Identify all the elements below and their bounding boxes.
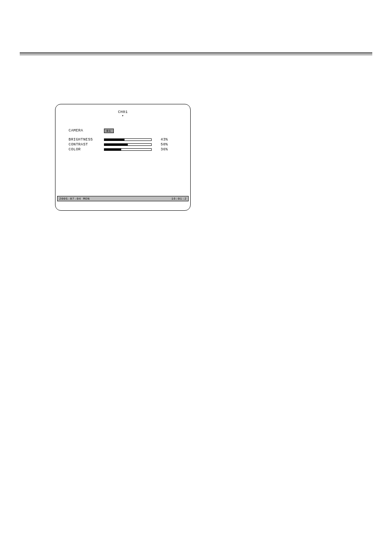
slider-fill <box>104 138 125 141</box>
camera-label: CAMERA <box>69 129 104 133</box>
brightness-label: BRIGHTNESS <box>69 138 104 142</box>
slider-fill <box>104 148 121 151</box>
color-slider[interactable] <box>104 148 153 151</box>
status-time: 16:01:2 <box>171 197 187 200</box>
contrast-label: CONTRAST <box>69 143 104 147</box>
contrast-slider[interactable] <box>104 143 153 146</box>
brightness-slider[interactable] <box>104 138 153 141</box>
camera-osd-panel: CH01 ▾ CAMERA 01 BRIGHTNESS 43% CONTRAST… <box>55 104 191 211</box>
camera-number[interactable]: 01 <box>104 129 114 133</box>
contrast-row[interactable]: CONTRAST 50% <box>69 142 184 147</box>
slider-fill <box>104 143 128 146</box>
brightness-row[interactable]: BRIGHTNESS 43% <box>69 137 184 142</box>
channel-title-block: CH01 ▾ <box>118 110 128 117</box>
camera-row[interactable]: CAMERA 01 <box>69 128 184 133</box>
status-bar: 2005-07-04 MON 16:01:2 <box>57 196 189 201</box>
brightness-value: 43% <box>161 138 168 142</box>
contrast-value: 50% <box>161 143 168 147</box>
page-divider <box>20 53 372 55</box>
color-row[interactable]: COLOR 36% <box>69 147 184 152</box>
color-label: COLOR <box>69 147 104 152</box>
chevron-down-icon: ▾ <box>118 115 128 117</box>
settings-area: CAMERA 01 BRIGHTNESS 43% CONTRAST 50% CO… <box>69 128 184 152</box>
status-date: 2005-07-04 MON <box>59 197 90 200</box>
color-value: 36% <box>161 147 168 152</box>
